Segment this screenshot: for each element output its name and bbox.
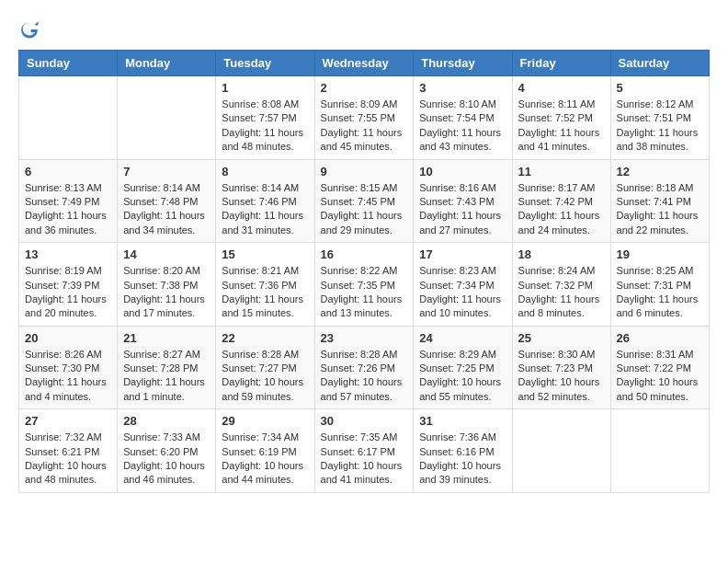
day-number: 13 — [25, 247, 111, 261]
day-info: Sunrise: 7:36 AM Sunset: 6:16 PM Dayligh… — [419, 431, 506, 488]
day-info: Sunrise: 8:08 AM Sunset: 7:57 PM Dayligh… — [222, 98, 308, 155]
day-number: 30 — [321, 414, 408, 428]
day-info: Sunrise: 8:16 AM Sunset: 7:43 PM Dayligh… — [419, 181, 506, 238]
day-number: 5 — [617, 81, 703, 95]
day-info: Sunrise: 8:15 AM Sunset: 7:45 PM Dayligh… — [321, 181, 408, 238]
day-cell: 9Sunrise: 8:15 AM Sunset: 7:45 PM Daylig… — [314, 159, 414, 243]
weekday-header-monday: Monday — [118, 51, 216, 76]
week-row-1: 1Sunrise: 8:08 AM Sunset: 7:57 PM Daylig… — [19, 76, 710, 160]
day-cell: 16Sunrise: 8:22 AM Sunset: 7:35 PM Dayli… — [314, 243, 414, 327]
week-row-4: 20Sunrise: 8:26 AM Sunset: 7:30 PM Dayli… — [19, 326, 710, 409]
day-info: Sunrise: 8:23 AM Sunset: 7:34 PM Dayligh… — [419, 264, 506, 321]
day-number: 6 — [25, 165, 111, 178]
day-cell: 4Sunrise: 8:11 AM Sunset: 7:52 PM Daylig… — [512, 76, 610, 160]
day-cell: 29Sunrise: 7:34 AM Sunset: 6:19 PM Dayli… — [216, 409, 314, 493]
day-cell: 12Sunrise: 8:18 AM Sunset: 7:41 PM Dayli… — [610, 159, 709, 243]
day-info: Sunrise: 8:21 AM Sunset: 7:36 PM Dayligh… — [222, 264, 308, 321]
day-info: Sunrise: 8:26 AM Sunset: 7:30 PM Dayligh… — [25, 348, 111, 405]
day-number: 25 — [518, 331, 605, 345]
day-number: 19 — [617, 247, 703, 261]
day-cell: 28Sunrise: 7:33 AM Sunset: 6:20 PM Dayli… — [118, 409, 216, 493]
day-number: 7 — [123, 165, 210, 178]
day-cell: 27Sunrise: 7:32 AM Sunset: 6:21 PM Dayli… — [19, 409, 118, 493]
day-number: 4 — [518, 81, 605, 95]
day-number: 11 — [518, 165, 605, 178]
day-number: 12 — [617, 165, 703, 178]
weekday-header-tuesday: Tuesday — [216, 51, 314, 76]
header — [18, 18, 710, 40]
week-row-3: 13Sunrise: 8:19 AM Sunset: 7:39 PM Dayli… — [19, 243, 710, 327]
day-cell — [610, 409, 709, 493]
day-cell: 3Sunrise: 8:10 AM Sunset: 7:54 PM Daylig… — [414, 76, 512, 160]
day-number: 2 — [321, 81, 408, 95]
weekday-header-thursday: Thursday — [414, 51, 512, 76]
day-cell: 21Sunrise: 8:27 AM Sunset: 7:28 PM Dayli… — [118, 326, 216, 409]
day-number: 27 — [25, 414, 111, 428]
day-cell: 10Sunrise: 8:16 AM Sunset: 7:43 PM Dayli… — [414, 159, 512, 243]
day-cell: 7Sunrise: 8:14 AM Sunset: 7:48 PM Daylig… — [118, 159, 216, 243]
day-info: Sunrise: 7:34 AM Sunset: 6:19 PM Dayligh… — [222, 431, 308, 488]
day-info: Sunrise: 8:17 AM Sunset: 7:42 PM Dayligh… — [518, 181, 605, 238]
weekday-header-friday: Friday — [512, 51, 610, 76]
weekday-header-sunday: Sunday — [19, 51, 118, 76]
day-cell: 11Sunrise: 8:17 AM Sunset: 7:42 PM Dayli… — [512, 159, 610, 243]
calendar: SundayMondayTuesdayWednesdayThursdayFrid… — [18, 50, 710, 493]
weekday-header-saturday: Saturday — [610, 51, 709, 76]
day-number: 29 — [222, 414, 308, 428]
day-info: Sunrise: 8:29 AM Sunset: 7:25 PM Dayligh… — [419, 348, 506, 405]
week-row-2: 6Sunrise: 8:13 AM Sunset: 7:49 PM Daylig… — [19, 159, 710, 243]
day-cell: 18Sunrise: 8:24 AM Sunset: 7:32 PM Dayli… — [512, 243, 610, 327]
day-number: 24 — [419, 331, 506, 345]
day-cell: 31Sunrise: 7:36 AM Sunset: 6:16 PM Dayli… — [414, 409, 512, 493]
day-info: Sunrise: 8:30 AM Sunset: 7:23 PM Dayligh… — [518, 348, 605, 405]
day-number: 8 — [222, 165, 308, 178]
day-info: Sunrise: 8:24 AM Sunset: 7:32 PM Dayligh… — [518, 264, 605, 321]
day-cell: 1Sunrise: 8:08 AM Sunset: 7:57 PM Daylig… — [216, 76, 314, 160]
day-info: Sunrise: 8:14 AM Sunset: 7:46 PM Dayligh… — [222, 181, 308, 238]
day-cell: 25Sunrise: 8:30 AM Sunset: 7:23 PM Dayli… — [512, 326, 610, 409]
logo — [18, 18, 44, 40]
day-number: 26 — [617, 331, 703, 345]
day-info: Sunrise: 8:28 AM Sunset: 7:26 PM Dayligh… — [321, 348, 408, 405]
day-cell: 30Sunrise: 7:35 AM Sunset: 6:17 PM Dayli… — [314, 409, 414, 493]
day-cell: 13Sunrise: 8:19 AM Sunset: 7:39 PM Dayli… — [19, 243, 118, 327]
day-info: Sunrise: 8:22 AM Sunset: 7:35 PM Dayligh… — [321, 264, 408, 321]
day-info: Sunrise: 7:33 AM Sunset: 6:20 PM Dayligh… — [123, 431, 210, 488]
day-cell: 22Sunrise: 8:28 AM Sunset: 7:27 PM Dayli… — [216, 326, 314, 409]
day-cell: 20Sunrise: 8:26 AM Sunset: 7:30 PM Dayli… — [19, 326, 118, 409]
day-cell: 2Sunrise: 8:09 AM Sunset: 7:55 PM Daylig… — [314, 76, 414, 160]
day-info: Sunrise: 8:10 AM Sunset: 7:54 PM Dayligh… — [419, 98, 506, 155]
day-number: 20 — [25, 331, 111, 345]
day-number: 28 — [123, 414, 210, 428]
day-cell: 23Sunrise: 8:28 AM Sunset: 7:26 PM Dayli… — [314, 326, 414, 409]
day-number: 3 — [419, 81, 506, 95]
day-cell: 17Sunrise: 8:23 AM Sunset: 7:34 PM Dayli… — [414, 243, 512, 327]
day-cell: 5Sunrise: 8:12 AM Sunset: 7:51 PM Daylig… — [610, 76, 709, 160]
day-info: Sunrise: 8:25 AM Sunset: 7:31 PM Dayligh… — [617, 264, 703, 321]
day-cell: 15Sunrise: 8:21 AM Sunset: 7:36 PM Dayli… — [216, 243, 314, 327]
day-info: Sunrise: 8:19 AM Sunset: 7:39 PM Dayligh… — [25, 264, 111, 321]
day-info: Sunrise: 8:27 AM Sunset: 7:28 PM Dayligh… — [123, 348, 210, 405]
day-info: Sunrise: 8:28 AM Sunset: 7:27 PM Dayligh… — [222, 348, 308, 405]
day-number: 17 — [419, 247, 506, 261]
day-cell: 6Sunrise: 8:13 AM Sunset: 7:49 PM Daylig… — [19, 159, 118, 243]
day-cell: 14Sunrise: 8:20 AM Sunset: 7:38 PM Dayli… — [118, 243, 216, 327]
day-cell: 26Sunrise: 8:31 AM Sunset: 7:22 PM Dayli… — [610, 326, 709, 409]
day-number: 16 — [321, 247, 408, 261]
day-number: 1 — [222, 81, 308, 95]
day-number: 9 — [321, 165, 408, 178]
day-cell — [19, 76, 118, 160]
day-info: Sunrise: 8:14 AM Sunset: 7:48 PM Dayligh… — [123, 181, 210, 238]
day-info: Sunrise: 8:13 AM Sunset: 7:49 PM Dayligh… — [25, 181, 111, 238]
day-info: Sunrise: 8:18 AM Sunset: 7:41 PM Dayligh… — [617, 181, 703, 238]
day-number: 31 — [419, 414, 506, 428]
day-info: Sunrise: 8:11 AM Sunset: 7:52 PM Dayligh… — [518, 98, 605, 155]
week-row-5: 27Sunrise: 7:32 AM Sunset: 6:21 PM Dayli… — [19, 409, 710, 493]
day-cell: 24Sunrise: 8:29 AM Sunset: 7:25 PM Dayli… — [414, 326, 512, 409]
day-cell — [118, 76, 216, 160]
generalblue-logo-icon — [18, 18, 40, 40]
day-cell: 8Sunrise: 8:14 AM Sunset: 7:46 PM Daylig… — [216, 159, 314, 243]
day-info: Sunrise: 8:20 AM Sunset: 7:38 PM Dayligh… — [123, 264, 210, 321]
day-cell: 19Sunrise: 8:25 AM Sunset: 7:31 PM Dayli… — [610, 243, 709, 327]
day-info: Sunrise: 7:35 AM Sunset: 6:17 PM Dayligh… — [321, 431, 408, 488]
